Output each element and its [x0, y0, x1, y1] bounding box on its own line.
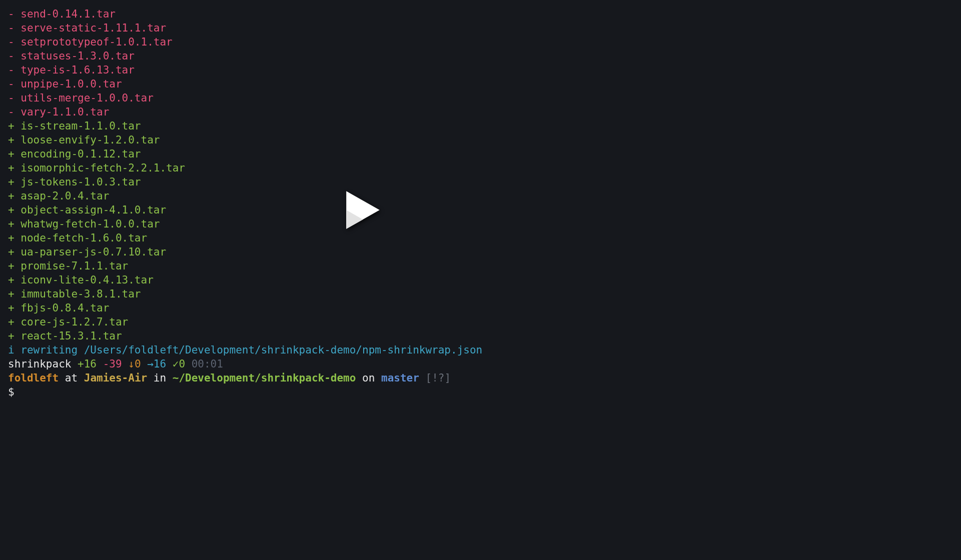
added-file: + immutable-3.8.1.tar [8, 288, 141, 300]
terminal-line: - unpipe-1.0.0.tar [8, 77, 953, 91]
removed-file: - vary-1.1.0.tar [8, 106, 109, 118]
added-file: + iconv-lite-0.4.13.tar [8, 274, 154, 286]
added-file: + asap-2.0.4.tar [8, 190, 109, 202]
terminal-line: i rewriting /Users/foldleft/Development/… [8, 343, 953, 357]
prompt-host: Jamies-Air [84, 372, 147, 384]
added-file: + isomorphic-fetch-2.2.1.tar [8, 162, 185, 174]
terminal-line: + js-tokens-1.0.3.tar [8, 175, 953, 189]
added-file: + promise-7.1.1.tar [8, 260, 128, 272]
removed-file: - statuses-1.3.0.tar [8, 50, 135, 62]
prompt-branch: master [381, 372, 419, 384]
terminal-line: + encoding-0.1.12.tar [8, 147, 953, 161]
added-file: + core-js-1.2.7.tar [8, 316, 128, 328]
prompt-user: foldleft [8, 372, 59, 384]
prompt-at: at [59, 372, 84, 384]
terminal-line: + promise-7.1.1.tar [8, 259, 953, 273]
prompt-ps1: $ [8, 386, 15, 398]
terminal-line: - vary-1.1.0.tar [8, 105, 953, 119]
removed-file: - setprototypeof-1.0.1.tar [8, 36, 173, 48]
terminal-line: - type-is-1.6.13.tar [8, 63, 953, 77]
summary-cmd: shrinkpack [8, 358, 78, 370]
prompt-flags: [!?] [419, 372, 451, 384]
added-file: + loose-envify-1.2.0.tar [8, 134, 160, 146]
terminal-line: + core-js-1.2.7.tar [8, 315, 953, 329]
removed-file: - serve-static-1.11.1.tar [8, 22, 166, 34]
play-icon [338, 186, 383, 234]
removed-file: - unpipe-1.0.0.tar [8, 78, 122, 90]
terminal-output: - send-0.14.1.tar- serve-static-1.11.1.t… [0, 0, 961, 406]
terminal-line: shrinkpack +16 -39 ↓0 →16 ✓0 00:01 [8, 357, 953, 371]
prompt-path: ~/Development/shrinkpack-demo [173, 372, 356, 384]
terminal-line: - statuses-1.3.0.tar [8, 49, 953, 63]
summary-time: 00:01 [192, 358, 223, 370]
removed-file: - type-is-1.6.13.tar [8, 64, 135, 76]
removed-file: - send-0.14.1.tar [8, 8, 116, 20]
terminal-line: + is-stream-1.1.0.tar [8, 119, 953, 133]
terminal-line: + ua-parser-js-0.7.10.tar [8, 245, 953, 259]
play-button[interactable] [337, 186, 385, 234]
terminal-line: - utils-merge-1.0.0.tar [8, 91, 953, 105]
added-file: + node-fetch-1.6.0.tar [8, 232, 147, 244]
summary-check: ✓0 [173, 358, 192, 370]
terminal-line: + react-15.3.1.tar [8, 329, 953, 343]
added-file: + react-15.3.1.tar [8, 330, 122, 342]
terminal-line: + immutable-3.8.1.tar [8, 287, 953, 301]
info-line: i rewriting /Users/foldleft/Development/… [8, 344, 482, 356]
prompt-in: in [147, 372, 173, 384]
terminal-line: + asap-2.0.4.tar [8, 189, 953, 203]
terminal-line: + isomorphic-fetch-2.2.1.tar [8, 161, 953, 175]
terminal-line: + whatwg-fetch-1.0.0.tar [8, 217, 953, 231]
terminal-line: + object-assign-4.1.0.tar [8, 203, 953, 217]
terminal-line: - send-0.14.1.tar [8, 7, 953, 21]
summary-plus: +16 [78, 358, 103, 370]
added-file: + js-tokens-1.0.3.tar [8, 176, 141, 188]
removed-file: - utils-merge-1.0.0.tar [8, 92, 154, 104]
summary-minus: -39 [103, 358, 129, 370]
added-file: + object-assign-4.1.0.tar [8, 204, 166, 216]
prompt-on: on [356, 372, 381, 384]
terminal-line: + fbjs-0.8.4.tar [8, 301, 953, 315]
added-file: + is-stream-1.1.0.tar [8, 120, 141, 132]
terminal-line: - setprototypeof-1.0.1.tar [8, 35, 953, 49]
terminal-line: - serve-static-1.11.1.tar [8, 21, 953, 35]
terminal-line: $ [8, 385, 953, 399]
added-file: + encoding-0.1.12.tar [8, 148, 141, 160]
added-file: + ua-parser-js-0.7.10.tar [8, 246, 166, 258]
added-file: + whatwg-fetch-1.0.0.tar [8, 218, 160, 230]
summary-down: ↓0 [128, 358, 147, 370]
terminal-line: + node-fetch-1.6.0.tar [8, 231, 953, 245]
terminal-line: foldleft at Jamies-Air in ~/Development/… [8, 371, 953, 385]
terminal-line: + loose-envify-1.2.0.tar [8, 133, 953, 147]
summary-arrow: →16 [147, 358, 173, 370]
added-file: + fbjs-0.8.4.tar [8, 302, 109, 314]
terminal-line: + iconv-lite-0.4.13.tar [8, 273, 953, 287]
